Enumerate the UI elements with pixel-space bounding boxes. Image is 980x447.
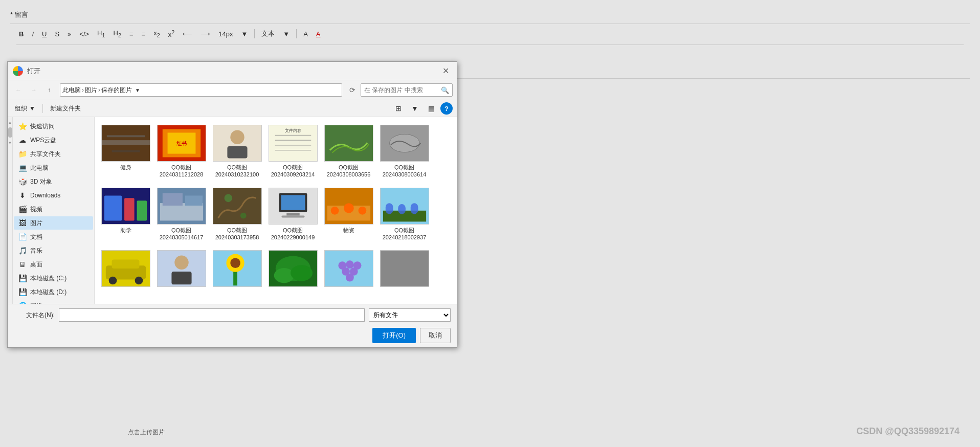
sidebar-item-label-pictures: 图片 <box>30 219 42 228</box>
sidebar-item-local-d[interactable]: 💾 本地磁盘 (D:) <box>14 285 93 299</box>
sidebar-item-label-wps-cloud: WPS云盘 <box>30 136 56 145</box>
svg-rect-33 <box>281 195 305 210</box>
sidebar-item-wps-cloud[interactable]: ☁ WPS云盘 <box>14 133 93 147</box>
open-button[interactable]: 打开(O) <box>372 328 416 343</box>
file-thumb-grapes <box>324 250 373 287</box>
file-item-qq6[interactable]: QQ截图20240305014617 <box>154 184 208 245</box>
svg-point-49 <box>108 277 117 285</box>
desktop-icon: 🖥 <box>18 260 27 269</box>
svg-rect-48 <box>112 260 139 269</box>
file-item-qq3[interactable]: 文件内容 QQ截图20240309203214 <box>266 121 320 182</box>
search-box[interactable]: 🔍 <box>361 83 453 97</box>
svg-point-68 <box>346 274 354 282</box>
sidebar-scrollbar[interactable]: ▲ ▼ <box>8 117 13 304</box>
filename-row: 文件名(N): 所有文件 <box>14 308 451 322</box>
sidebar-item-quick-access[interactable]: ⭐ 快速访问 <box>14 120 93 133</box>
file-item-more[interactable] <box>377 247 431 293</box>
sidebar-item-3d-objects[interactable]: 🎲 3D 对象 <box>14 175 93 188</box>
svg-rect-45 <box>410 203 418 214</box>
local-c-icon: 💾 <box>18 274 27 283</box>
file-item-car[interactable] <box>99 247 152 293</box>
path-dropdown-btn[interactable]: ▼ <box>133 84 142 96</box>
sidebar-item-desktop[interactable]: 🖥 桌面 <box>14 258 93 271</box>
file-item-qq2[interactable]: QQ截图20240310232100 <box>210 121 264 182</box>
scroll-thumb[interactable] <box>8 127 12 138</box>
file-thumb-zhuxue <box>101 188 150 225</box>
sidebar-item-documents[interactable]: 📄 文档 <box>14 230 93 243</box>
filetype-select[interactable]: 所有文件 <box>369 308 451 322</box>
sidebar-item-videos[interactable]: 🎬 视频 <box>14 203 93 216</box>
svg-rect-25 <box>160 203 203 220</box>
file-thumb-qq3: 文件内容 <box>269 125 318 162</box>
pane-toggle-button[interactable]: ▤ <box>424 102 438 115</box>
scroll-down-arrow[interactable]: ▼ <box>8 139 13 147</box>
refresh-button[interactable]: ⟳ <box>346 84 359 96</box>
file-item-qq8[interactable]: QQ截图20240229000149 <box>266 184 320 245</box>
view-arrow-button[interactable]: ▼ <box>408 102 422 115</box>
search-input[interactable] <box>364 86 441 94</box>
dialog-close-button[interactable]: ✕ <box>439 65 452 77</box>
file-item-qq1[interactable]: 红书 QQ截图20240311212028 <box>154 121 208 182</box>
file-item-qq4[interactable]: QQ截图20240308003656 <box>322 121 375 182</box>
sidebar-item-network[interactable]: 🌐 网络 <box>14 299 93 304</box>
sidebar-item-label-this-pc: 此电脑 <box>30 164 49 172</box>
sidebar-item-label-desktop: 桌面 <box>30 260 42 269</box>
sidebar-item-label-local-d: 本地磁盘 (D:) <box>30 288 66 297</box>
up-button[interactable]: ↑ <box>42 84 56 96</box>
new-folder-button[interactable]: 新建文件夹 <box>47 103 84 115</box>
svg-rect-35 <box>281 215 304 217</box>
file-item-jianshen[interactable]: 健身 <box>99 121 152 182</box>
sidebar-item-pictures[interactable]: 🖼 图片 <box>14 216 93 230</box>
file-name-zhuxue: 助学 <box>120 227 131 234</box>
videos-icon: 🎬 <box>18 205 27 214</box>
svg-rect-22 <box>124 198 135 220</box>
sidebar-item-downloads[interactable]: ⬇ Downloads <box>14 189 93 202</box>
sidebar-item-shared-files[interactable]: 📁 共享文件夹 <box>14 147 93 161</box>
back-button[interactable]: ← <box>12 84 25 96</box>
sidebar-item-local-c[interactable]: 💾 本地磁盘 (C:) <box>14 272 93 285</box>
cancel-button[interactable]: 取消 <box>420 328 451 343</box>
file-item-sunflower[interactable] <box>210 247 264 293</box>
quick-access-icon: ⭐ <box>18 122 27 131</box>
sidebar-item-label-videos: 视频 <box>30 205 42 214</box>
file-item-qq7[interactable]: QQ截图20240303173958 <box>210 184 264 245</box>
path-bar[interactable]: 此电脑 › 图片 › 保存的图片 ▼ <box>60 83 342 97</box>
forward-button[interactable]: → <box>27 84 40 96</box>
svg-point-64 <box>346 261 354 269</box>
file-item-qq9[interactable]: QQ截图20240218002937 <box>377 184 431 245</box>
new-folder-label: 新建文件夹 <box>50 104 81 113</box>
filename-input[interactable] <box>59 308 365 322</box>
path-segment-1[interactable]: 此电脑 › 图片 › 保存的图片 <box>62 86 132 95</box>
sidebar-item-music[interactable]: 🎵 音乐 <box>14 244 93 257</box>
dialog-titlebar: 打开 ✕ <box>8 62 457 80</box>
help-button[interactable]: ? <box>440 102 453 115</box>
file-item-grapes[interactable] <box>322 247 375 293</box>
dialog-footer: 文件名(N): 所有文件 打开(O) 取消 <box>8 304 457 347</box>
path-label-pictures: 图片 <box>85 86 97 95</box>
file-name-qq5: QQ截图20240308003614 <box>383 164 427 178</box>
file-thumb-qq4 <box>324 125 373 162</box>
file-name-qq3: QQ截图20240309203214 <box>271 164 315 178</box>
svg-point-38 <box>330 207 339 215</box>
documents-icon: 📄 <box>18 232 27 241</box>
view-icon-button[interactable]: ⊞ <box>391 102 406 115</box>
file-item-qq5[interactable]: QQ截图20240308003614 <box>377 121 431 182</box>
file-item-person2[interactable] <box>154 247 208 293</box>
file-item-zhuxue[interactable]: 助学 <box>99 184 152 245</box>
file-item-wuzi[interactable]: 物资 <box>322 184 375 245</box>
sidebar-item-this-pc[interactable]: 💻 此电脑 <box>14 161 93 174</box>
file-item-leaves[interactable] <box>266 247 320 293</box>
svg-point-50 <box>135 277 143 285</box>
svg-point-19 <box>389 134 419 152</box>
scroll-up-arrow[interactable]: ▲ <box>8 118 13 126</box>
organize-button[interactable]: 组织 ▼ <box>12 103 38 115</box>
file-thumb-wuzi <box>324 188 373 225</box>
svg-rect-34 <box>286 213 299 215</box>
dialog-file-toolbar: 组织 ▼ 新建文件夹 ⊞ ▼ ▤ ? <box>8 100 457 117</box>
organize-arrow: ▼ <box>29 105 35 112</box>
sidebar-item-label-local-c: 本地磁盘 (C:) <box>30 274 66 283</box>
toolbar-sep <box>42 104 43 113</box>
wps-cloud-icon: ☁ <box>18 136 27 145</box>
sidebar-item-label-downloads: Downloads <box>30 192 60 199</box>
sidebar-item-label-3d-objects: 3D 对象 <box>30 177 52 186</box>
